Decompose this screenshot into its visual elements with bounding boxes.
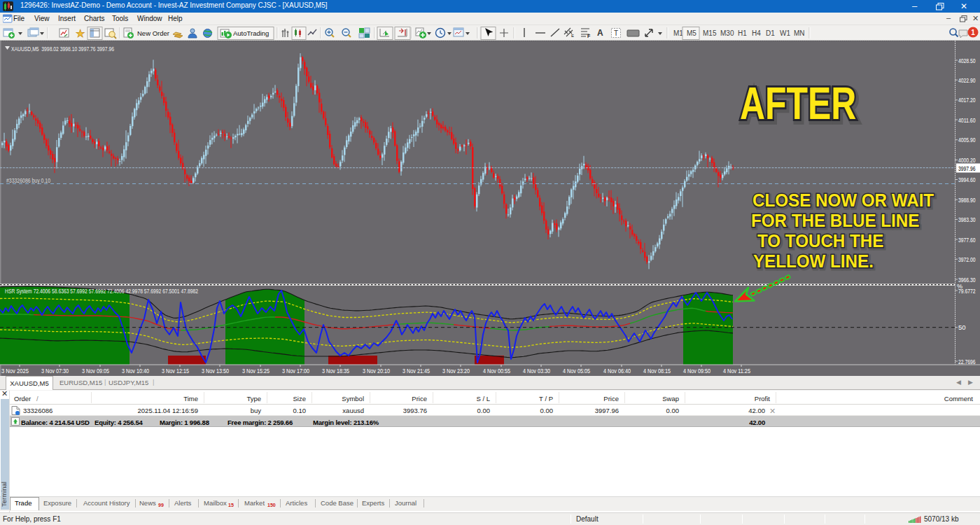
svg-text:4 Nov 06:40: 4 Nov 06:40 — [603, 367, 631, 374]
svg-text:#33326086 buy 0.10: #33326086 buy 0.10 — [6, 176, 50, 184]
svg-text:3 Nov 17:00: 3 Nov 17:00 — [282, 367, 309, 374]
svg-text:4028.50: 4028.50 — [958, 57, 976, 64]
svg-text:3994.60: 3994.60 — [958, 176, 976, 183]
svg-text:3 Nov 2025: 3 Nov 2025 — [1, 367, 29, 374]
svg-text:YELLOW LINE.: YELLOW LINE. — [753, 251, 874, 271]
svg-text:3988.90: 3988.90 — [958, 196, 976, 204]
svg-text:E: E — [571, 34, 574, 38]
svg-text:F: F — [587, 34, 591, 38]
svg-text:3966.30: 3966.30 — [958, 276, 976, 284]
svg-text:3 Nov 13:50: 3 Nov 13:50 — [202, 367, 229, 374]
svg-text:H1: H1 — [738, 29, 747, 37]
svg-text:3997.96: 3997.96 — [958, 164, 976, 172]
svg-text:79.6772: 79.6772 — [958, 287, 976, 295]
svg-text:3 Nov 15:25: 3 Nov 15:25 — [242, 367, 270, 374]
svg-text:M1: M1 — [673, 29, 683, 37]
svg-text:22.7696: 22.7696 — [958, 358, 976, 365]
svg-text:4000.20: 4000.20 — [958, 156, 976, 164]
svg-text:AutoTrading: AutoTrading — [233, 29, 269, 37]
svg-text:4 Nov 08:15: 4 Nov 08:15 — [643, 367, 671, 374]
svg-text:HSR System 72.4006 58.6363 57.: HSR System 72.4006 58.6363 57.6992 57.69… — [5, 287, 198, 295]
svg-text:★: ★ — [76, 27, 85, 39]
svg-text:D1: D1 — [766, 29, 775, 37]
svg-text:3 Nov 09:05: 3 Nov 09:05 — [82, 367, 109, 374]
svg-text:3983.30: 3983.30 — [958, 216, 976, 223]
svg-text:3 Nov 20:10: 3 Nov 20:10 — [363, 367, 390, 374]
svg-text:M5: M5 — [687, 29, 696, 37]
svg-text:MN: MN — [794, 29, 805, 37]
svg-text:4 Nov 00:55: 4 Nov 00:55 — [483, 367, 510, 374]
svg-text:4017.20: 4017.20 — [958, 96, 976, 104]
svg-text:4005.90: 4005.90 — [958, 136, 976, 144]
svg-text:3 Nov 10:40: 3 Nov 10:40 — [122, 367, 149, 374]
svg-text:AFTER: AFTER — [740, 78, 856, 128]
svg-text:3972.00: 3972.00 — [958, 255, 976, 263]
svg-text:CLOSE NOW OR WAIT: CLOSE NOW OR WAIT — [752, 190, 934, 210]
svg-text:50: 50 — [958, 323, 966, 331]
svg-text:4022.90: 4022.90 — [958, 76, 976, 84]
svg-text:3 Nov 21:45: 3 Nov 21:45 — [402, 367, 430, 374]
svg-text:FOR THE BLUE LINE: FOR THE BLUE LINE — [751, 210, 919, 230]
svg-text:3 Nov 23:20: 3 Nov 23:20 — [442, 367, 470, 374]
svg-text:M15: M15 — [703, 29, 717, 37]
svg-text:1: 1 — [971, 29, 975, 36]
svg-text:4 Nov 09:50: 4 Nov 09:50 — [683, 367, 710, 374]
svg-text:W1: W1 — [780, 29, 790, 37]
svg-text:4 Nov 11:25: 4 Nov 11:25 — [723, 367, 750, 374]
svg-text:3977.60: 3977.60 — [958, 236, 976, 244]
svg-text:4 Nov 05:05: 4 Nov 05:05 — [563, 367, 590, 374]
svg-text:3 Nov 18:35: 3 Nov 18:35 — [322, 367, 349, 374]
svg-text:T: T — [614, 29, 618, 37]
svg-text:XAUUSD,M5 3998.02 3998.10 399: XAUUSD,M5 3998.02 3998.10 3997.76 3997.9… — [11, 45, 114, 52]
svg-text:3 Nov 07:30: 3 Nov 07:30 — [41, 367, 69, 374]
svg-text:A: A — [597, 28, 603, 38]
svg-text:TO TOUCH THE: TO TOUCH THE — [757, 230, 883, 251]
svg-text:3 Nov 12:15: 3 Nov 12:15 — [162, 367, 189, 374]
svg-text:M30: M30 — [720, 29, 734, 37]
svg-text:4 Nov 03:30: 4 Nov 03:30 — [523, 367, 550, 374]
svg-text:New Order: New Order — [137, 29, 169, 37]
svg-text:4011.60: 4011.60 — [958, 116, 976, 124]
svg-text:H4: H4 — [752, 29, 761, 37]
